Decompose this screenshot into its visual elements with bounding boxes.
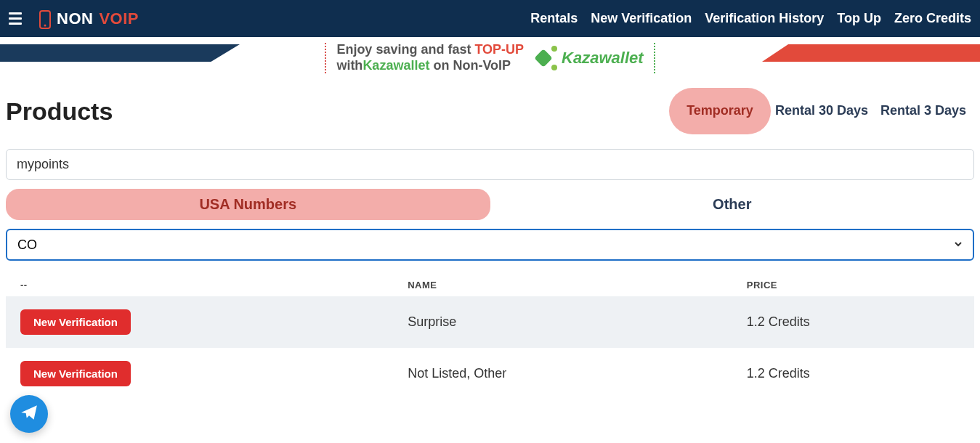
- top-navbar: NON VOIP Rentals New Verification Verifi…: [0, 0, 980, 37]
- table-row: New Verification Not Listed, Other 1.2 C…: [6, 348, 974, 399]
- page-header: Products Temporary Rental 30 Days Rental…: [6, 76, 974, 140]
- region-tab-other[interactable]: Other: [490, 189, 975, 220]
- banner-accent-right: [762, 44, 980, 62]
- nav-links: Rentals New Verification Verification Hi…: [530, 11, 971, 26]
- table-row: New Verification Surprise 1.2 Credits: [6, 296, 974, 348]
- svg-point-1: [44, 24, 46, 26]
- search-input[interactable]: [6, 149, 974, 180]
- promo-banner: Enjoy saving and fast TOP-UP withKazawal…: [0, 40, 980, 76]
- nav-top-up[interactable]: Top Up: [837, 11, 881, 26]
- phone-icon: [38, 9, 52, 28]
- nav-zero-credits[interactable]: Zero Credits: [894, 11, 971, 26]
- banner-content[interactable]: Enjoy saving and fast TOP-UP withKazawal…: [325, 42, 655, 73]
- col-header-action: --: [6, 274, 393, 296]
- tab-rental-30[interactable]: Rental 30 Days: [771, 88, 872, 134]
- logo-text-voip: VOIP: [99, 9, 139, 28]
- banner-line2-prefix: with: [336, 58, 363, 73]
- nav-new-verification[interactable]: New Verification: [591, 11, 692, 26]
- col-header-price: PRICE: [732, 274, 974, 296]
- banner-accent-left: [0, 44, 240, 62]
- duration-tabs: Temporary Rental 30 Days Rental 3 Days: [669, 88, 974, 134]
- region-tab-usa[interactable]: USA Numbers: [6, 189, 490, 220]
- tab-rental-3[interactable]: Rental 3 Days: [872, 88, 974, 134]
- product-price: 1.2 Credits: [732, 348, 974, 399]
- brand-logo[interactable]: NON VOIP: [38, 9, 139, 28]
- nav-verification-history[interactable]: Verification History: [705, 11, 824, 26]
- col-header-name: NAME: [393, 274, 732, 296]
- state-select-wrap: CO: [6, 229, 974, 261]
- kazawallet-logo: Kazawallet: [534, 46, 644, 70]
- region-tabs: USA Numbers Other: [6, 189, 974, 220]
- product-price: 1.2 Credits: [732, 296, 974, 348]
- banner-line1-prefix: Enjoy saving and fast: [336, 42, 474, 57]
- nav-rentals[interactable]: Rentals: [530, 11, 578, 26]
- dotted-divider-right: [654, 43, 655, 73]
- banner-line2-brand: Kazawallet: [363, 58, 429, 73]
- dotted-divider-left: [325, 43, 326, 73]
- product-name: Surprise: [393, 296, 732, 348]
- products-table: -- NAME PRICE New Verification Surprise …: [6, 274, 974, 399]
- banner-line1-strong: TOP-UP: [474, 42, 524, 57]
- banner-text: Enjoy saving and fast TOP-UP withKazawal…: [336, 42, 524, 73]
- logo-text-non: NON: [57, 9, 93, 28]
- kazawallet-icon: [534, 46, 559, 70]
- kazawallet-text: Kazawallet: [562, 49, 644, 68]
- product-name: Not Listed, Other: [393, 348, 732, 399]
- state-select[interactable]: CO: [6, 229, 974, 261]
- page-title: Products: [6, 97, 669, 126]
- tab-temporary[interactable]: Temporary: [669, 88, 771, 134]
- new-verification-button[interactable]: New Verification: [20, 361, 131, 386]
- banner-line2-suffix: on Non-VoIP: [429, 58, 511, 73]
- menu-icon[interactable]: [9, 10, 26, 28]
- new-verification-button[interactable]: New Verification: [20, 309, 131, 335]
